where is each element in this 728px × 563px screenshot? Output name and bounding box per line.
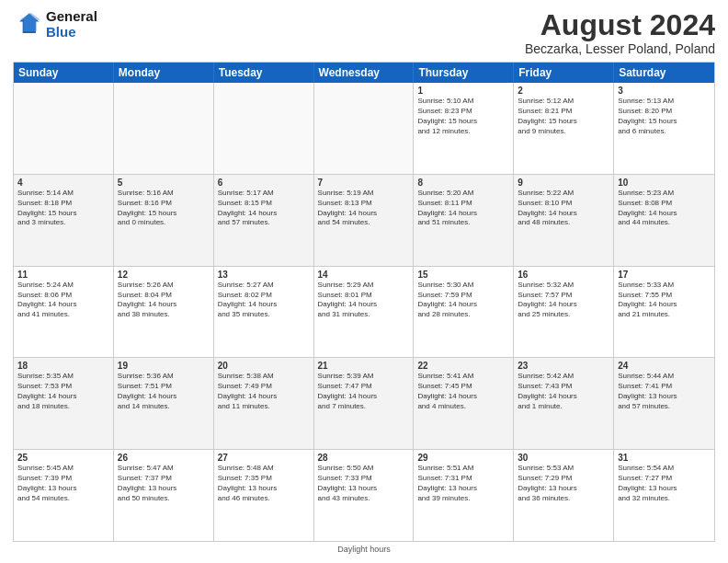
day-number: 13: [218, 270, 310, 280]
day-number: 7: [318, 178, 410, 188]
calendar-cell: 23Sunrise: 5:42 AM Sunset: 7:43 PM Dayli…: [514, 358, 614, 449]
calendar-cell: 4Sunrise: 5:14 AM Sunset: 8:18 PM Daylig…: [14, 175, 114, 266]
day-number: 20: [218, 361, 310, 371]
calendar-cell: 2Sunrise: 5:12 AM Sunset: 8:21 PM Daylig…: [514, 83, 614, 174]
day-number: 5: [118, 178, 210, 188]
day-info: Sunrise: 5:47 AM Sunset: 7:37 PM Dayligh…: [118, 464, 210, 503]
day-info: Sunrise: 5:23 AM Sunset: 8:08 PM Dayligh…: [618, 189, 711, 228]
logo-line1: General: [46, 8, 97, 24]
day-info: Sunrise: 5:10 AM Sunset: 8:23 PM Dayligh…: [417, 97, 509, 136]
calendar-cell: 31Sunrise: 5:54 AM Sunset: 7:27 PM Dayli…: [614, 450, 714, 541]
logo-text: General Blue: [46, 9, 97, 40]
calendar-cell: 8Sunrise: 5:20 AM Sunset: 8:11 PM Daylig…: [414, 175, 514, 266]
day-number: 31: [618, 453, 711, 463]
calendar-cell: 7Sunrise: 5:19 AM Sunset: 8:13 PM Daylig…: [314, 175, 415, 266]
day-info: Sunrise: 5:33 AM Sunset: 7:55 PM Dayligh…: [618, 281, 711, 320]
logo-line2: Blue: [46, 24, 76, 40]
svg-marker-2: [19, 12, 40, 30]
day-info: Sunrise: 5:22 AM Sunset: 8:10 PM Dayligh…: [518, 189, 609, 228]
daylight-label: Daylight hours: [337, 545, 391, 554]
day-number: 28: [318, 453, 410, 463]
day-info: Sunrise: 5:32 AM Sunset: 7:57 PM Dayligh…: [518, 281, 609, 320]
logo-icon: [13, 10, 42, 40]
day-info: Sunrise: 5:26 AM Sunset: 8:04 PM Dayligh…: [118, 281, 210, 320]
day-info: Sunrise: 5:44 AM Sunset: 7:41 PM Dayligh…: [618, 372, 711, 411]
day-info: Sunrise: 5:50 AM Sunset: 7:33 PM Dayligh…: [318, 464, 410, 503]
day-info: Sunrise: 5:35 AM Sunset: 7:53 PM Dayligh…: [17, 372, 109, 411]
day-number: 1: [417, 86, 509, 96]
calendar-cell: 22Sunrise: 5:41 AM Sunset: 7:45 PM Dayli…: [414, 358, 514, 449]
location-subtitle: Beczarka, Lesser Poland, Poland: [525, 41, 715, 56]
day-number: 18: [17, 361, 109, 371]
day-info: Sunrise: 5:13 AM Sunset: 8:20 PM Dayligh…: [618, 97, 711, 136]
calendar-day-header: Monday: [114, 63, 214, 83]
day-info: Sunrise: 5:30 AM Sunset: 7:59 PM Dayligh…: [417, 281, 509, 320]
page: General Blue August 2024 Beczarka, Lesse…: [0, 0, 728, 563]
calendar-cell: 9Sunrise: 5:22 AM Sunset: 8:10 PM Daylig…: [514, 175, 614, 266]
calendar-day-header: Wednesday: [314, 63, 415, 83]
calendar-day-header: Saturday: [614, 63, 714, 83]
calendar-week-row: 18Sunrise: 5:35 AM Sunset: 7:53 PM Dayli…: [14, 358, 714, 450]
day-number: 25: [17, 453, 109, 463]
calendar-cell: 11Sunrise: 5:24 AM Sunset: 8:06 PM Dayli…: [14, 267, 114, 358]
day-number: 10: [618, 178, 711, 188]
day-number: 15: [417, 270, 509, 280]
calendar-cell: 13Sunrise: 5:27 AM Sunset: 8:02 PM Dayli…: [214, 267, 314, 358]
day-info: Sunrise: 5:39 AM Sunset: 7:47 PM Dayligh…: [318, 372, 410, 411]
footer-note: Daylight hours: [13, 545, 715, 554]
day-number: 23: [518, 361, 609, 371]
calendar-cell: 27Sunrise: 5:48 AM Sunset: 7:35 PM Dayli…: [214, 450, 314, 541]
day-number: 24: [618, 361, 711, 371]
day-info: Sunrise: 5:51 AM Sunset: 7:31 PM Dayligh…: [417, 464, 509, 503]
day-number: 3: [618, 86, 711, 96]
calendar-header-row: SundayMondayTuesdayWednesdayThursdayFrid…: [14, 63, 714, 83]
day-number: 27: [218, 453, 310, 463]
calendar-cell: 25Sunrise: 5:45 AM Sunset: 7:39 PM Dayli…: [14, 450, 114, 541]
calendar-cell: 30Sunrise: 5:53 AM Sunset: 7:29 PM Dayli…: [514, 450, 614, 541]
calendar-week-row: 1Sunrise: 5:10 AM Sunset: 8:23 PM Daylig…: [14, 83, 714, 175]
calendar-cell: 29Sunrise: 5:51 AM Sunset: 7:31 PM Dayli…: [414, 450, 514, 541]
day-info: Sunrise: 5:27 AM Sunset: 8:02 PM Dayligh…: [218, 281, 310, 320]
month-title: August 2024: [525, 9, 715, 41]
day-number: 26: [118, 453, 210, 463]
calendar-cell: 16Sunrise: 5:32 AM Sunset: 7:57 PM Dayli…: [514, 267, 614, 358]
day-number: 12: [118, 270, 210, 280]
calendar-cell: 5Sunrise: 5:16 AM Sunset: 8:16 PM Daylig…: [114, 175, 214, 266]
calendar-day-header: Friday: [514, 63, 614, 83]
day-info: Sunrise: 5:20 AM Sunset: 8:11 PM Dayligh…: [417, 189, 509, 228]
calendar-cell: 24Sunrise: 5:44 AM Sunset: 7:41 PM Dayli…: [614, 358, 714, 449]
calendar-cell: 14Sunrise: 5:29 AM Sunset: 8:01 PM Dayli…: [314, 267, 415, 358]
calendar-cell: 19Sunrise: 5:36 AM Sunset: 7:51 PM Dayli…: [114, 358, 214, 449]
day-info: Sunrise: 5:42 AM Sunset: 7:43 PM Dayligh…: [518, 372, 609, 411]
calendar-week-row: 25Sunrise: 5:45 AM Sunset: 7:39 PM Dayli…: [14, 450, 714, 541]
calendar-cell: [314, 83, 415, 174]
day-info: Sunrise: 5:53 AM Sunset: 7:29 PM Dayligh…: [518, 464, 609, 503]
day-number: 6: [218, 178, 310, 188]
calendar-day-header: Sunday: [14, 63, 114, 83]
day-number: 16: [518, 270, 609, 280]
day-number: 17: [618, 270, 711, 280]
calendar-day-header: Tuesday: [214, 63, 314, 83]
day-info: Sunrise: 5:54 AM Sunset: 7:27 PM Dayligh…: [618, 464, 711, 503]
logo: General Blue: [13, 9, 97, 40]
day-info: Sunrise: 5:24 AM Sunset: 8:06 PM Dayligh…: [17, 281, 109, 320]
calendar-cell: 1Sunrise: 5:10 AM Sunset: 8:23 PM Daylig…: [414, 83, 514, 174]
day-info: Sunrise: 5:45 AM Sunset: 7:39 PM Dayligh…: [17, 464, 109, 503]
header: General Blue August 2024 Beczarka, Lesse…: [13, 9, 715, 56]
calendar-cell: 15Sunrise: 5:30 AM Sunset: 7:59 PM Dayli…: [414, 267, 514, 358]
calendar-cell: 12Sunrise: 5:26 AM Sunset: 8:04 PM Dayli…: [114, 267, 214, 358]
day-number: 22: [417, 361, 509, 371]
calendar-week-row: 4Sunrise: 5:14 AM Sunset: 8:18 PM Daylig…: [14, 175, 714, 267]
day-number: 11: [17, 270, 109, 280]
calendar-cell: 17Sunrise: 5:33 AM Sunset: 7:55 PM Dayli…: [614, 267, 714, 358]
calendar-week-row: 11Sunrise: 5:24 AM Sunset: 8:06 PM Dayli…: [14, 267, 714, 359]
calendar-cell: [114, 83, 214, 174]
calendar-cell: 20Sunrise: 5:38 AM Sunset: 7:49 PM Dayli…: [214, 358, 314, 449]
calendar-cell: 28Sunrise: 5:50 AM Sunset: 7:33 PM Dayli…: [314, 450, 415, 541]
calendar-cell: 6Sunrise: 5:17 AM Sunset: 8:15 PM Daylig…: [214, 175, 314, 266]
day-info: Sunrise: 5:48 AM Sunset: 7:35 PM Dayligh…: [218, 464, 310, 503]
day-info: Sunrise: 5:14 AM Sunset: 8:18 PM Dayligh…: [17, 189, 109, 228]
day-info: Sunrise: 5:12 AM Sunset: 8:21 PM Dayligh…: [518, 97, 609, 136]
day-number: 14: [318, 270, 410, 280]
calendar-cell: [14, 83, 114, 174]
